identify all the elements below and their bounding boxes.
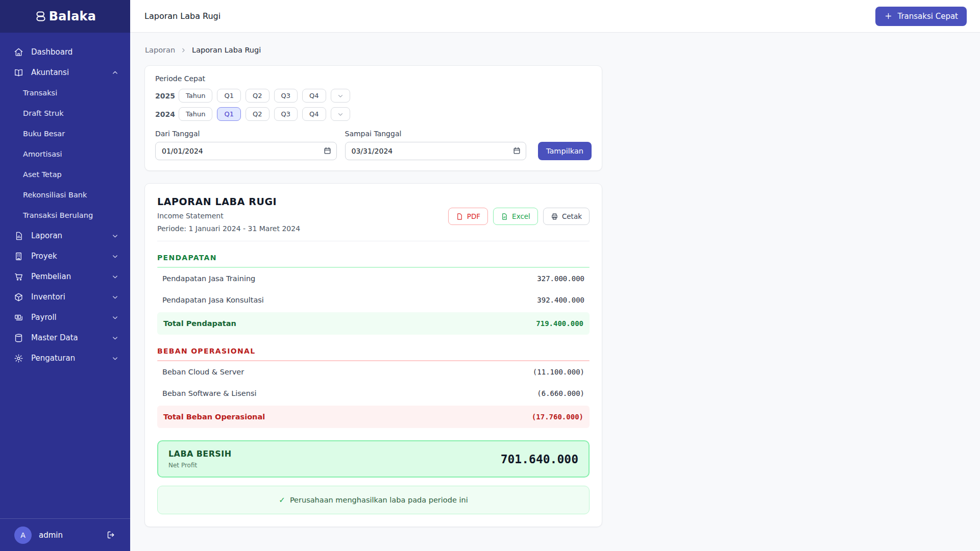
banknote-icon [14, 313, 23, 322]
sidebar-item-label: Pengaturan [31, 354, 75, 363]
filter-title: Periode Cepat [155, 74, 592, 83]
period-row-2024: 2024 Tahun Q1 Q2 Q3 Q4 [155, 107, 592, 121]
app-name: Balaka [49, 9, 96, 23]
sidebar-item-label: Payroll [31, 313, 57, 322]
report-subtitle: Income Statement [157, 212, 300, 220]
income-total-row: Total Pendapatan 719.400.000 [157, 312, 590, 335]
calendar-icon[interactable] [323, 146, 332, 155]
sidebar-subitem-transaksi[interactable]: Transaksi [0, 83, 130, 103]
sidebar: Balaka Dashboard Akuntansi Transaksi Dra… [0, 0, 130, 551]
period-chip-2025-q4[interactable]: Q4 [302, 89, 326, 103]
account-value: 327.000.000 [537, 274, 584, 283]
sub-item-label: Rekonsiliasi Bank [23, 191, 87, 199]
period-chip-2025-tahun[interactable]: Tahun [179, 89, 212, 103]
sidebar-item-payroll[interactable]: Payroll [0, 307, 130, 328]
sidebar-subitem-buku-besar[interactable]: Buku Besar [0, 123, 130, 144]
net-profit-value: 701.640.000 [501, 453, 578, 466]
income-section-heading: PENDAPATAN [157, 254, 590, 262]
calendar-icon[interactable] [512, 146, 521, 155]
period-chip-2024-tahun[interactable]: Tahun [179, 107, 212, 121]
logout-button[interactable] [104, 528, 118, 542]
pdf-file-icon [456, 213, 463, 220]
expense-total-row: Total Beban Operasional (17.760.000) [157, 406, 590, 428]
total-value: 719.400.000 [536, 319, 583, 328]
database-icon [14, 333, 23, 343]
sidebar-subitem-draft-struk[interactable]: Draft Struk [0, 103, 130, 123]
net-profit-sublabel: Net Profit [168, 462, 231, 469]
sidebar-item-label: Inventori [31, 292, 65, 302]
sidebar-item-pengaturan[interactable]: Pengaturan [0, 348, 130, 368]
report-period: Periode: 1 Januari 2024 - 31 Maret 2024 [157, 224, 300, 233]
sidebar-subitem-rekonsiliasi-bank[interactable]: Rekonsiliasi Bank [0, 185, 130, 205]
period-more-2024-button[interactable] [331, 107, 350, 121]
print-button[interactable]: Cetak [543, 208, 590, 225]
expense-row: Beban Cloud & Server (11.100.000) [157, 361, 590, 383]
show-report-button[interactable]: Tampilkan [538, 142, 592, 160]
export-buttons: PDF Excel Cetak [448, 208, 590, 225]
sidebar-item-label: Dashboard [31, 47, 72, 57]
net-profit-label: LABA BERSIH [168, 449, 231, 459]
account-label: Beban Cloud & Server [162, 368, 244, 376]
total-label: Total Pendapatan [163, 319, 236, 328]
sub-item-label: Amortisasi [23, 150, 62, 158]
sub-item-label: Transaksi Berulang [23, 211, 93, 219]
sub-item-label: Buku Besar [23, 130, 65, 138]
sidebar-item-master-data[interactable]: Master Data [0, 328, 130, 348]
quick-transaction-button[interactable]: Transaksi Cepat [875, 7, 967, 26]
sub-item-label: Transaksi [23, 89, 57, 97]
chevron-down-icon [337, 92, 344, 99]
gear-icon [14, 354, 23, 363]
expense-section-heading: BEBAN OPERASIONAL [157, 347, 590, 355]
period-chip-2025-q3[interactable]: Q3 [274, 89, 298, 103]
sidebar-subitem-amortisasi[interactable]: Amortisasi [0, 144, 130, 164]
sidebar-item-label: Master Data [31, 333, 78, 342]
chevron-up-icon [111, 69, 119, 77]
period-more-2025-button[interactable] [331, 89, 350, 103]
period-chip-2024-q2[interactable]: Q2 [246, 107, 270, 121]
export-pdf-button[interactable]: PDF [448, 208, 488, 225]
sidebar-item-dashboard[interactable]: Dashboard [0, 42, 130, 62]
sidebar-item-pembelian[interactable]: Pembelian [0, 266, 130, 287]
sidebar-item-label: Laporan [31, 231, 62, 240]
account-label: Pendapatan Jasa Konsultasi [162, 296, 264, 304]
sidebar-nav: Dashboard Akuntansi Transaksi Draft Stru… [0, 33, 130, 518]
net-profit-box: LABA BERSIH Net Profit 701.640.000 [157, 440, 590, 478]
chevron-down-icon [111, 232, 119, 240]
sidebar-item-proyek[interactable]: Proyek [0, 246, 130, 266]
from-date-input[interactable] [155, 142, 337, 160]
balaka-logo-icon [34, 10, 47, 23]
chevron-right-icon [180, 47, 187, 54]
profit-note: ✓ Perusahaan menghasilkan laba pada peri… [157, 486, 590, 514]
export-pdf-label: PDF [467, 212, 480, 220]
chevron-down-icon [111, 253, 119, 260]
period-chip-2024-q4[interactable]: Q4 [302, 107, 326, 121]
period-chip-2024-q1[interactable]: Q1 [217, 107, 241, 121]
period-filter-card: Periode Cepat 2025 Tahun Q1 Q2 Q3 Q4 202… [144, 65, 602, 171]
page-title: Laporan Laba Rugi [144, 11, 220, 21]
sidebar-item-inventori[interactable]: Inventori [0, 287, 130, 307]
period-chip-2025-q1[interactable]: Q1 [217, 89, 241, 103]
content-area: Laporan Laporan Laba Rugi Periode Cepat … [130, 33, 980, 551]
sidebar-subitem-aset-tetap[interactable]: Aset Tetap [0, 164, 130, 185]
breadcrumb: Laporan Laporan Laba Rugi [145, 46, 966, 54]
home-icon [14, 47, 23, 57]
avatar: A [14, 527, 32, 544]
sidebar-subitem-transaksi-berulang[interactable]: Transaksi Berulang [0, 205, 130, 226]
sub-item-label: Aset Tetap [23, 170, 62, 179]
period-chip-2025-q2[interactable]: Q2 [246, 89, 270, 103]
report-title: LAPORAN LABA RUGI [157, 196, 300, 207]
chevron-down-icon [111, 334, 119, 342]
avatar-initial: A [20, 531, 26, 539]
to-date-input[interactable] [345, 142, 527, 160]
quick-transaction-label: Transaksi Cepat [897, 12, 958, 21]
account-value: (11.100.000) [533, 368, 584, 376]
sidebar-item-label: Proyek [31, 252, 57, 261]
sub-item-label: Draft Struk [23, 109, 64, 117]
breadcrumb-parent[interactable]: Laporan [145, 46, 175, 54]
sidebar-item-laporan[interactable]: Laporan [0, 226, 130, 246]
period-chip-2024-q3[interactable]: Q3 [274, 107, 298, 121]
from-date-group: Dari Tanggal [155, 130, 337, 160]
export-excel-button[interactable]: Excel [493, 208, 538, 225]
year-label: 2025 [155, 92, 174, 100]
sidebar-item-akuntansi[interactable]: Akuntansi [0, 62, 130, 83]
